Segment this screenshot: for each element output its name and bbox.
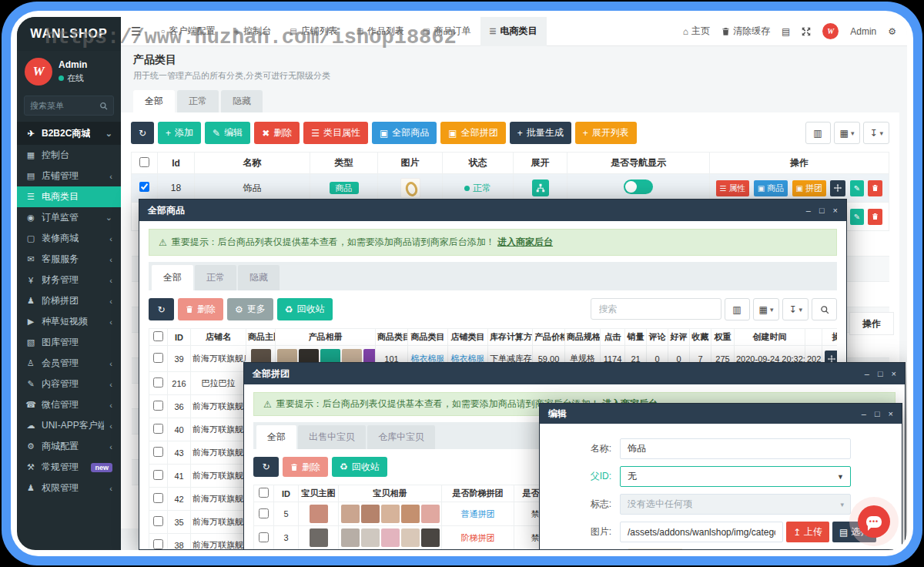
modal-tab[interactable]: 正常 [195,265,236,290]
product-image[interactable] [400,178,420,198]
flag-select[interactable]: 没有选中任何项 ▾ [620,494,851,515]
row-checkbox[interactable] [259,532,269,542]
column-header[interactable]: 是否导航显示 [567,153,710,174]
row-checkbox[interactable] [153,401,163,411]
row-checkbox[interactable] [153,377,163,388]
hamburger-menu-icon[interactable]: ☰ [121,25,151,39]
minimize-icon[interactable]: – [865,369,869,378]
row-checkbox[interactable] [153,493,163,503]
column-header[interactable]: 宝贝主图 [299,485,339,502]
delete-button[interactable]: 删除 [178,298,223,320]
delete-button[interactable] [868,180,882,196]
navbar-tab[interactable]: ☰ 电商类目 [480,17,547,46]
delete-button[interactable]: 删除 [283,457,328,477]
close-icon[interactable]: × [889,409,893,418]
minimize-icon[interactable]: – [806,206,811,215]
search-input[interactable] [591,298,721,320]
column-header[interactable]: 类型 [310,153,378,174]
page-tab[interactable]: 正常 [177,90,219,112]
delete-button[interactable] [868,209,882,225]
nav-display-toggle[interactable] [624,179,653,194]
item-main-image[interactable] [310,505,328,523]
column-header[interactable]: 产品相册 [276,329,376,346]
column-header[interactable]: 展开 [514,153,567,174]
row-checkbox[interactable] [153,539,163,549]
search-button[interactable] [812,298,837,320]
maximize-icon[interactable]: □ [875,409,880,418]
column-header[interactable]: 是否阶梯拼团 [442,485,514,502]
close-icon[interactable]: × [833,206,838,215]
column-header[interactable]: 商品规格 [565,329,601,346]
column-header[interactable]: 销量 [625,329,647,346]
toolbar-button[interactable]: ✖ 删除 [254,122,300,144]
brand-logo[interactable]: WANLSHOP [17,17,121,51]
table-view-button[interactable]: ↧ ▾ [863,122,889,144]
toolbar-button[interactable]: ☰ 类目属性 [303,122,368,144]
toolbar-button[interactable]: ▣ 全部拼团 [440,122,505,144]
avatar[interactable]: W [25,58,52,86]
select-all-checkbox[interactable] [254,485,274,502]
select-all-checkbox[interactable] [149,329,168,346]
toolbar-button[interactable]: + 展开列表 [575,122,637,144]
row-checkbox[interactable] [139,182,149,192]
column-header[interactable]: 评论 [647,329,668,346]
modal-tab[interactable]: 仓库中宝贝 [367,425,435,449]
column-header[interactable]: 操作 [822,329,838,346]
fullscreen-icon[interactable] [802,27,811,36]
navbar-tab[interactable]: ○ 客户端配置 [151,17,224,46]
maximize-icon[interactable]: □ [819,206,825,215]
refresh-button[interactable]: ↻ [149,298,174,320]
table-view-button[interactable]: ↧ ▾ [782,298,808,320]
toolbar-button[interactable]: ▣ 全部商品 [372,122,437,144]
navbar-tab[interactable]: ▤ 作品列表 [347,17,413,46]
upload-button[interactable]: ↥上传 [786,522,829,542]
column-header[interactable]: 状态 [443,153,514,174]
column-header[interactable]: Id [158,153,195,174]
table-view-button[interactable]: ▦ ▾ [753,298,780,320]
sidebar-item[interactable]: ¥ 财务管理 ‹ [17,270,121,290]
parent-id-select[interactable]: 无 ▼ [620,466,851,487]
column-header[interactable]: 操作 [710,153,889,174]
album-image[interactable] [341,505,360,523]
group-button[interactable]: ▣拼团 [792,180,826,196]
sidebar-item[interactable]: ☎ 微信管理 ‹ [17,394,121,415]
column-header[interactable]: 图片 [378,153,443,174]
minimize-icon[interactable]: – [862,409,866,418]
album-image[interactable] [341,528,360,547]
row-checkbox[interactable] [153,516,163,526]
sidebar-item[interactable]: ▦ 控制台 [17,145,121,166]
close-icon[interactable]: × [892,369,896,378]
row-checkbox[interactable] [259,508,269,518]
chat-button[interactable]: ••• [858,505,890,538]
more-button[interactable]: ⚙更多 [227,298,273,320]
group-type-label[interactable]: 阶梯拼团 [461,533,495,542]
sidebar-item[interactable]: ▧ 图库管理 [17,332,121,353]
name-field[interactable] [620,438,851,459]
column-header[interactable]: ID [274,485,299,502]
sidebar-item[interactable]: ✉ 客服服务 ‹ [17,249,121,270]
album-image[interactable] [381,505,400,523]
column-header[interactable]: 宝贝相册 [339,485,442,502]
recycle-bin-button[interactable]: ♻回收站 [332,457,387,477]
toolbar-button[interactable]: ↻ [131,122,154,144]
toolbar-button[interactable]: ✎ 编辑 [205,122,250,144]
album-image[interactable] [401,528,420,547]
attr-button[interactable]: ☰属性 [716,180,750,196]
album-image[interactable] [401,505,420,523]
maximize-icon[interactable]: □ [878,369,883,378]
username-label[interactable]: Admin [850,26,876,37]
album-image[interactable] [421,528,440,547]
navbar-tab[interactable]: ▤ 商品订单 [413,17,480,46]
toolbar-button[interactable]: + 添加 [158,122,201,144]
edit-button[interactable]: ✎ [850,180,864,196]
sidebar-item[interactable]: ⚙ 商城配置 ‹ [17,436,121,457]
group-type-label[interactable]: 普通拼团 [461,509,495,518]
home-link[interactable]: ⌂主页 [683,25,710,38]
drag-button[interactable] [830,180,845,196]
sidebar-item[interactable]: ✈ B2B2C商城 ⌄ [17,122,121,145]
navbar-tab[interactable]: ▤ 店铺列表 [280,17,346,46]
toolbar-button[interactable]: + 批量生成 [510,122,571,144]
modal-tab[interactable]: 全部 [152,265,193,290]
column-header[interactable]: 产品价格 [533,329,565,346]
sidebar-item[interactable]: ⚒ 常规管理 new [17,457,121,478]
